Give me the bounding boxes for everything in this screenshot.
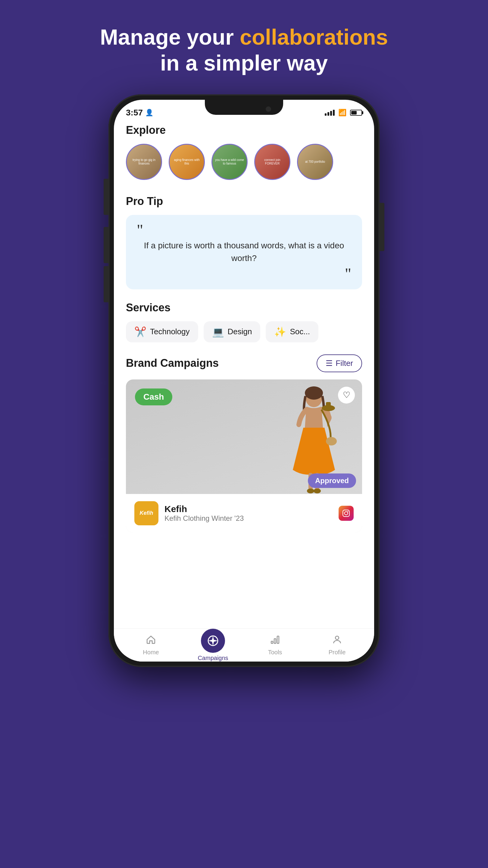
service-social[interactable]: ✨ Soc... bbox=[266, 321, 318, 342]
story-text-4: connect join FOREVER bbox=[255, 145, 290, 179]
services-title: Services bbox=[126, 301, 362, 314]
svg-rect-3 bbox=[326, 402, 331, 409]
explore-section: Explore trying to go gig in finances agi… bbox=[126, 124, 362, 183]
status-icons: 📶 bbox=[325, 109, 362, 117]
nav-profile[interactable]: Profile bbox=[306, 634, 368, 656]
campaigns-header: Brand Campaigns ☰ Filter bbox=[126, 354, 362, 372]
brand-name: Kefih bbox=[164, 504, 338, 514]
nav-campaigns[interactable]: Campaigns bbox=[182, 629, 244, 661]
svg-point-7 bbox=[307, 489, 314, 493]
bottom-nav: Home Campaigns bbox=[114, 628, 374, 661]
services-row[interactable]: ✂️ Technology 💻 Design ✨ Soc... bbox=[126, 321, 362, 342]
phone-frame: 3:57 👤 📶 bbox=[108, 94, 380, 667]
services-section: Services ✂️ Technology 💻 Design ✨ Soc.. bbox=[126, 301, 362, 342]
tools-label: Tools bbox=[268, 649, 282, 656]
pro-tip-card: " If a picture is worth a thousand words… bbox=[126, 215, 362, 289]
instagram-icon[interactable] bbox=[338, 506, 354, 521]
filter-button[interactable]: ☰ Filter bbox=[317, 354, 362, 372]
status-time: 3:57 👤 bbox=[126, 108, 153, 118]
story-text-2: aging finances with this bbox=[170, 145, 204, 179]
phone-notch bbox=[205, 100, 283, 115]
person-status-icon: 👤 bbox=[145, 109, 153, 117]
nav-home[interactable]: Home bbox=[120, 634, 182, 656]
svg-rect-9 bbox=[343, 510, 350, 517]
svg-point-1 bbox=[305, 386, 323, 400]
design-icon: 💻 bbox=[212, 326, 224, 338]
quote-text: If a picture is worth a thousand words, … bbox=[137, 239, 351, 265]
explore-title: Explore bbox=[126, 124, 362, 136]
quote-close-icon: " bbox=[137, 268, 351, 280]
service-technology[interactable]: ✂️ Technology bbox=[126, 321, 198, 342]
filter-label: Filter bbox=[335, 359, 353, 368]
filter-icon: ☰ bbox=[326, 359, 332, 368]
story-item-5[interactable]: at 700 portfolio bbox=[297, 144, 333, 180]
headline-highlight: collaborations bbox=[240, 25, 388, 49]
svg-point-11 bbox=[347, 511, 348, 512]
campaign-card-1[interactable]: Cash ♡ bbox=[126, 379, 362, 532]
story-text-5: at 700 portfolio bbox=[298, 145, 332, 179]
headline-plain: Manage your bbox=[100, 25, 240, 49]
brand-details: Kefih Kefih Clothing Winter '23 bbox=[164, 504, 338, 523]
pro-tip-title: Pro Tip bbox=[126, 195, 362, 208]
svg-rect-13 bbox=[271, 641, 273, 643]
social-label: Soc... bbox=[290, 327, 310, 336]
wifi-icon: 📶 bbox=[338, 109, 347, 117]
signal-icon bbox=[325, 110, 335, 116]
story-item-3[interactable]: you have a wild come to famous bbox=[212, 144, 248, 180]
story-item-4[interactable]: connect join FOREVER bbox=[254, 144, 290, 180]
service-design[interactable]: 💻 Design bbox=[204, 321, 261, 342]
svg-point-8 bbox=[314, 489, 321, 493]
campaign-info: Kefih Kefih Kefih Clothing Winter '23 bbox=[126, 494, 362, 532]
pro-tip-section: Pro Tip " If a picture is worth a thousa… bbox=[126, 195, 362, 289]
brand-logo: Kefih bbox=[134, 501, 158, 525]
screen-content[interactable]: Explore trying to go gig in finances agi… bbox=[114, 121, 374, 631]
campaigns-title: Brand Campaigns bbox=[126, 357, 219, 370]
nav-tools[interactable]: Tools bbox=[244, 634, 306, 656]
campaign-image-area: Cash ♡ bbox=[126, 379, 362, 494]
story-text-1: trying to go gig in finances bbox=[127, 145, 161, 179]
phone-screen: 3:57 👤 📶 bbox=[114, 100, 374, 661]
front-camera bbox=[266, 106, 271, 112]
quote-open-icon: " bbox=[137, 224, 351, 237]
headline: Manage your collaborations in a simpler … bbox=[100, 24, 388, 76]
home-icon bbox=[146, 634, 156, 647]
headline-line2: in a simpler way bbox=[100, 50, 388, 76]
profile-label: Profile bbox=[329, 649, 346, 656]
cash-badge: Cash bbox=[135, 389, 172, 405]
technology-icon: ✂️ bbox=[134, 326, 147, 338]
tools-icon bbox=[270, 634, 280, 647]
battery-icon bbox=[350, 110, 362, 116]
story-item-2[interactable]: aging finances with this bbox=[169, 144, 205, 180]
social-icon: ✨ bbox=[274, 326, 286, 338]
story-item-1[interactable]: trying to go gig in finances bbox=[126, 144, 162, 180]
svg-rect-14 bbox=[274, 639, 276, 644]
technology-label: Technology bbox=[150, 327, 190, 336]
explore-circles[interactable]: trying to go gig in finances aging finan… bbox=[126, 144, 362, 183]
svg-point-10 bbox=[345, 512, 348, 515]
campaigns-button[interactable] bbox=[201, 629, 225, 653]
approved-badge: Approved bbox=[308, 473, 356, 488]
design-label: Design bbox=[228, 327, 252, 336]
brand-campaign-name: Kefih Clothing Winter '23 bbox=[164, 514, 338, 523]
campaigns-label: Campaigns bbox=[198, 655, 228, 661]
svg-rect-15 bbox=[277, 636, 279, 643]
brand-campaigns-section: Brand Campaigns ☰ Filter Cash ♡ bbox=[126, 354, 362, 532]
home-label: Home bbox=[143, 649, 159, 656]
profile-icon bbox=[332, 634, 342, 647]
svg-point-16 bbox=[335, 636, 338, 639]
story-text-3: you have a wild come to famous bbox=[213, 145, 247, 179]
svg-point-4 bbox=[326, 437, 337, 445]
phone-mockup: 3:57 👤 📶 bbox=[108, 94, 380, 667]
